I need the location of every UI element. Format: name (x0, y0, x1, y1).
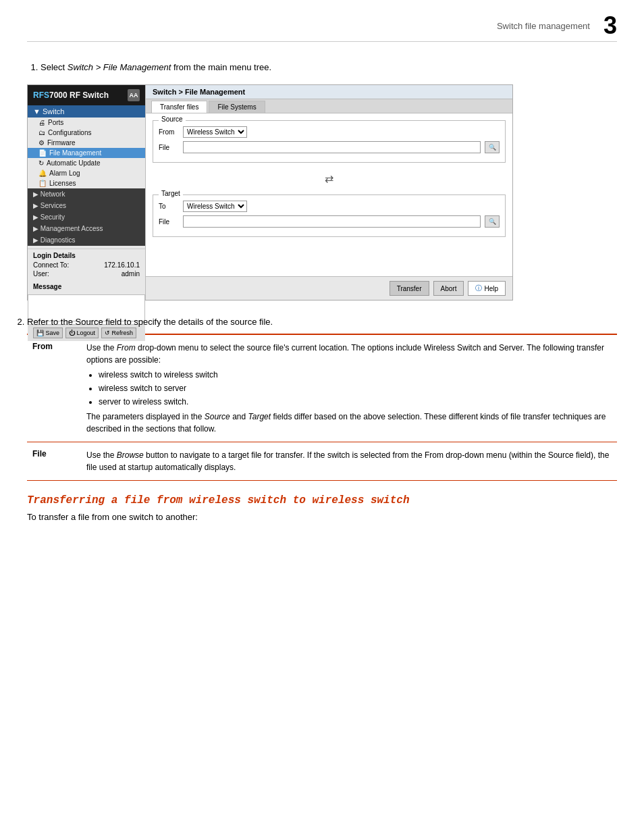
main-panel-tabs: Transfer files File Systems (146, 99, 512, 113)
sidebar-item-automatic-update[interactable]: ↻ Automatic Update (28, 158, 145, 168)
target-file-row: File 🔍 (159, 215, 500, 228)
main-panel: Switch > File Management Transfer files … (146, 85, 512, 300)
sidebar-item-security[interactable]: ▶ Security (28, 211, 145, 223)
abort-button[interactable]: Abort (433, 281, 464, 296)
table-row-file: File Use the Browse button to navigate t… (27, 442, 617, 481)
logout-button[interactable]: ⏻ Logout (65, 328, 99, 338)
source-file-label: File (159, 144, 179, 151)
connect-to-label: Connect To: (33, 261, 69, 269)
main-panel-content: Source From Wireless Switch Server File … (146, 113, 512, 276)
alarm-icon: 🔔 (38, 170, 47, 177)
step2-intro: Refer to the Source field to specify the… (27, 317, 617, 327)
field-name-from: From (27, 334, 81, 442)
sidebar-item-services[interactable]: ▶ Services (28, 200, 145, 211)
target-file-label: File (159, 218, 179, 226)
help-icon: ⓘ (475, 284, 482, 293)
to-label: To (159, 203, 179, 210)
sidebar-item-management-access[interactable]: ▶ Management Access (28, 223, 145, 234)
table-row-from: From Use the From drop-down menu to sele… (27, 334, 617, 442)
target-to-row: To Wireless Switch Server (159, 201, 500, 212)
sidebar-item-configurations[interactable]: 🗂 Configurations (28, 128, 145, 138)
target-browse-button[interactable]: 🔍 (485, 215, 500, 228)
license-icon: 📋 (38, 180, 47, 187)
config-icon: 🗂 (38, 129, 45, 136)
step1-text: Select Switch > File Management from the… (41, 62, 271, 72)
file-icon: 📄 (38, 149, 47, 157)
transfer-icon: ⇄ (153, 172, 506, 185)
update-icon: ↻ (38, 159, 44, 167)
target-group: Target To Wireless Switch Server File 🔍 (153, 194, 506, 237)
field-name-file: File (27, 442, 81, 481)
target-file-input[interactable] (183, 215, 481, 228)
sidebar-item-file-management[interactable]: 📄 File Management (28, 148, 145, 158)
sidebar-item-ports[interactable]: 🖨 Ports (28, 118, 145, 128)
sidebar-item-network[interactable]: ▶ Network (28, 188, 145, 200)
user-label: User: (33, 270, 49, 278)
source-group: Source From Wireless Switch Server File … (153, 120, 506, 163)
field-desc-from: Use the From drop-down menu to select th… (81, 334, 617, 442)
field-description-table: From Use the From drop-down menu to sele… (27, 334, 617, 481)
connect-to-value: 172.16.10.1 (104, 261, 140, 269)
sidebar-item-switch[interactable]: ▼ Switch (28, 105, 145, 118)
transfer-button[interactable]: Transfer (390, 281, 429, 296)
source-file-row: File 🔍 (159, 141, 500, 153)
motorola-logo: AA (128, 89, 140, 101)
firmware-icon: ⚙ (38, 139, 45, 147)
page-number: 3 (603, 14, 617, 38)
source-from-row: From Wireless Switch Server (159, 126, 500, 138)
sidebar-brand: RFS7000 RF Switch (33, 90, 109, 100)
step2-text: Refer to the Source field to specify the… (27, 317, 617, 327)
refresh-button[interactable]: ↺ Refresh (101, 328, 136, 338)
tab-transfer-files[interactable]: Transfer files (151, 101, 207, 113)
tab-file-systems[interactable]: File Systems (209, 101, 265, 113)
login-details: Login Details Connect To: 172.16.10.1 Us… (28, 249, 145, 282)
sidebar-item-alarm-log[interactable]: 🔔 Alarm Log (28, 168, 145, 178)
ports-icon: 🖨 (38, 119, 45, 126)
main-panel-footer: Transfer Abort ⓘ Help (146, 276, 512, 300)
source-file-input[interactable] (183, 141, 481, 153)
save-button[interactable]: 💾 Save (33, 328, 63, 338)
step1-intro: Select Switch > File Management from the… (27, 62, 617, 72)
user-value: admin (122, 270, 140, 278)
page-header: Switch file management 3 (27, 14, 617, 42)
source-browse-button[interactable]: 🔍 (485, 141, 500, 153)
source-legend: Source (159, 115, 186, 123)
screenshot: RFS7000 RF Switch AA ▼ Switch 🖨 Ports 🗂 … (27, 84, 513, 301)
from-label: From (159, 128, 179, 136)
sidebar-item-firmware[interactable]: ⚙ Firmware (28, 138, 145, 148)
help-button[interactable]: ⓘ Help (468, 281, 506, 296)
target-legend: Target (159, 190, 183, 197)
from-select[interactable]: Wireless Switch Server (183, 126, 247, 138)
sidebar-header: RFS7000 RF Switch AA (28, 85, 145, 105)
sidebar-item-licenses[interactable]: 📋 Licenses (28, 178, 145, 188)
section-subtext: To transfer a file from one switch to an… (27, 512, 617, 522)
section-heading: Transferring a file from wireless switch… (27, 494, 617, 506)
main-panel-header: Switch > File Management (146, 85, 512, 99)
section-title: Switch file management (497, 21, 590, 31)
sidebar: RFS7000 RF Switch AA ▼ Switch 🖨 Ports 🗂 … (28, 85, 146, 300)
field-desc-file: Use the Browse button to navigate to a t… (81, 442, 617, 481)
sidebar-item-diagnostics[interactable]: ▶ Diagnostics (28, 234, 145, 246)
to-select[interactable]: Wireless Switch Server (183, 201, 247, 212)
